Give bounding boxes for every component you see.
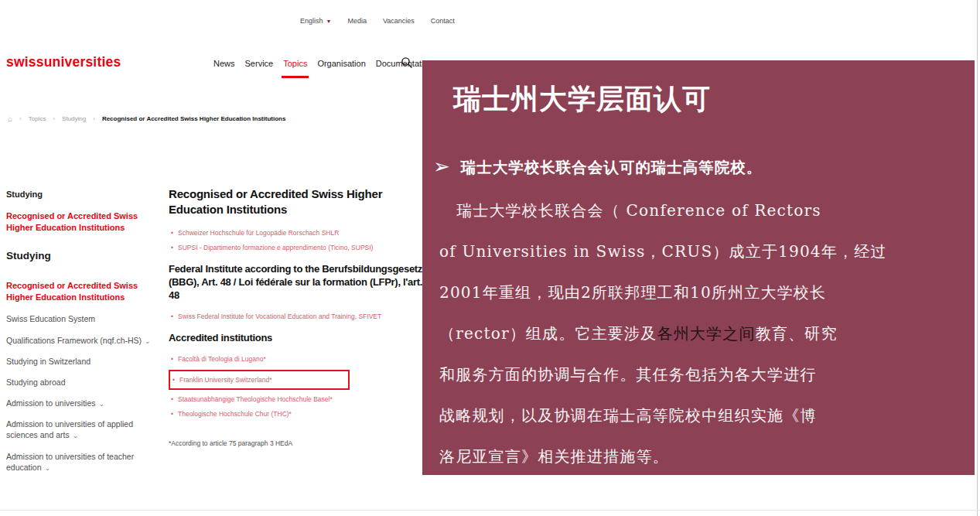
paragraph-line: 瑞士大学校长联合会（ Conference of Rectors: [439, 190, 962, 231]
arrow-bullet-icon: ➢: [433, 156, 450, 176]
paragraph-line: （rector）组成。它主要涉及各州大学之间教育、研究: [439, 313, 962, 354]
panel-paragraph: 瑞士大学校长联合会（ Conference of Rectors of Univ…: [439, 190, 962, 477]
paragraph-segment-dark: 各州大学之间: [657, 324, 755, 343]
swissuniversities-logo[interactable]: swissuniversities: [6, 54, 121, 70]
chevron-down-icon: ⌄: [99, 400, 105, 408]
language-selector[interactable]: English ▼: [300, 17, 331, 25]
federal-institute-heading: Federal Institute according to the Beruf…: [169, 263, 425, 302]
institution-link-lugano[interactable]: Facoltà di Teologia di Lugano*: [169, 355, 425, 363]
active-tab-underline: [282, 76, 309, 78]
sidebar-nav: Studying Recognised or Accredited Swiss …: [6, 189, 159, 483]
sidebar-item-recognised-top[interactable]: Recognised or Accredited Swiss Higher Ed…: [6, 210, 159, 234]
institution-link-basel[interactable]: Staatsunabhängige Theologische Hochschul…: [169, 395, 425, 403]
accredited-institutions-list: Facoltà di Teologia di Lugano* Franklin …: [169, 355, 425, 418]
paragraph-line: 2001年重组，现由2所联邦理工和10所州立大学校长: [439, 272, 962, 313]
language-label: English: [300, 17, 323, 25]
nav-item-news[interactable]: News: [213, 59, 235, 68]
main-content: Recognised or Accredited Swiss Higher Ed…: [169, 186, 425, 447]
institution-link-sfivet[interactable]: Swiss Federal Institute for Vocational E…: [169, 313, 425, 320]
sidebar-item-admission-universities[interactable]: Admission to universities⌄: [6, 398, 159, 408]
institution-link-shlr[interactable]: Schweizer Hochschule für Logopädie Rorsc…: [169, 229, 425, 237]
institution-link-chur[interactable]: Theologische Hochschule Chur (THC)*: [169, 410, 425, 418]
panel-bullet-text: 瑞士大学校长联合会认可的瑞士高等院校。: [461, 156, 763, 178]
utility-nav: English ▼ Media Vacancies Contact: [300, 17, 455, 25]
sidebar-item-admission-applied-sciences[interactable]: Admission to universities of applied sci…: [6, 419, 159, 440]
recognised-institutions-list: Schweizer Hochschule für Logopädie Rorsc…: [169, 229, 425, 251]
institution-link-franklin-highlighted[interactable]: Franklin University Switzerland*: [169, 370, 350, 390]
nav-item-topics[interactable]: Topics: [283, 59, 307, 68]
page-right-border: [977, 0, 978, 516]
sidebar-item-qualifications-framework[interactable]: Qualifications Framework (nqf.ch-HS)⌄: [6, 335, 159, 346]
sidebar-item-admission-teacher-education[interactable]: Admission to universities of teacher edu…: [6, 451, 159, 473]
sidebar-section-studying[interactable]: Studying: [6, 249, 159, 263]
breadcrumb-current: Recognised or Accredited Swiss Higher Ed…: [102, 115, 286, 122]
breadcrumb-studying[interactable]: Studying: [62, 115, 86, 122]
breadcrumb-topics[interactable]: Topics: [29, 115, 46, 122]
breadcrumb-separator: ›: [53, 115, 55, 122]
breadcrumb: ⌂ › Topics › Studying › Recognised or Ac…: [8, 114, 285, 123]
federal-institute-list: Swiss Federal Institute for Vocational E…: [169, 313, 425, 320]
paragraph-segment: 教育、研究: [756, 324, 838, 343]
panel-title: 瑞士州大学层面认可: [453, 80, 711, 118]
utility-link-media[interactable]: Media: [347, 17, 367, 25]
chinese-annotation-panel: 瑞士州大学层面认可 ➢ 瑞士大学校长联合会认可的瑞士高等院校。 瑞士大学校长联合…: [422, 60, 975, 475]
paragraph-line: of Universities in Swiss，CRUS）成立于1904年，经…: [439, 231, 962, 272]
utility-link-contact[interactable]: Contact: [431, 17, 455, 25]
paragraph-line: 洛尼亚宣言》相关推进措施等。: [439, 436, 962, 477]
footnote: *According to article 75 paragraph 3 HEd…: [169, 439, 425, 447]
sidebar-item-label: Admission to universities of teacher edu…: [6, 452, 134, 472]
home-icon[interactable]: ⌂: [8, 114, 12, 123]
sidebar-section-studying-top[interactable]: Studying: [6, 189, 159, 200]
breadcrumb-separator: ›: [19, 115, 22, 122]
page-bottom-border: [0, 510, 980, 511]
sidebar-item-swiss-education-system[interactable]: Swiss Education System: [6, 313, 159, 324]
paragraph-segment: （rector）组成。它主要涉及: [439, 324, 657, 343]
panel-bullet-point: ➢ 瑞士大学校长联合会认可的瑞士高等院校。: [433, 156, 762, 178]
nav-item-topics-label: Topics: [283, 59, 307, 68]
sidebar-item-studying-abroad[interactable]: Studying abroad: [6, 377, 159, 388]
sidebar-item-studying-in-switzerland[interactable]: Studying in Switzerland: [6, 356, 159, 367]
search-icon[interactable]: [401, 56, 413, 69]
chevron-down-icon: ⌄: [45, 464, 51, 472]
paragraph-line: 战略规划，以及协调在瑞士高等院校中组织实施《博: [439, 395, 962, 436]
page-title: Recognised or Accredited Swiss Higher Ed…: [169, 186, 425, 217]
sidebar-item-label: Admission to universities of applied sci…: [6, 419, 133, 439]
paragraph-line: 和服务方面的协调与合作。其任务包括为各大学进行: [439, 354, 962, 395]
institution-link-supsi[interactable]: SUPSI - Dipartimento formazione e appren…: [169, 244, 425, 251]
accredited-institutions-heading: Accredited institutions: [169, 332, 425, 345]
sidebar-item-label: Qualifications Framework (nqf.ch-HS): [6, 336, 142, 345]
nav-item-service[interactable]: Service: [245, 59, 274, 68]
nav-item-organisation[interactable]: Organisation: [317, 59, 365, 68]
chevron-down-icon: ⌄: [73, 432, 79, 439]
dropdown-caret-icon: ▼: [326, 19, 332, 24]
breadcrumb-separator: ›: [93, 115, 95, 122]
chevron-down-icon: ⌄: [145, 337, 151, 345]
sidebar-item-label: Admission to universities: [6, 398, 96, 408]
utility-link-vacancies[interactable]: Vacancies: [383, 17, 415, 25]
sidebar-item-recognised[interactable]: Recognised or Accredited Swiss Higher Ed…: [6, 280, 159, 303]
